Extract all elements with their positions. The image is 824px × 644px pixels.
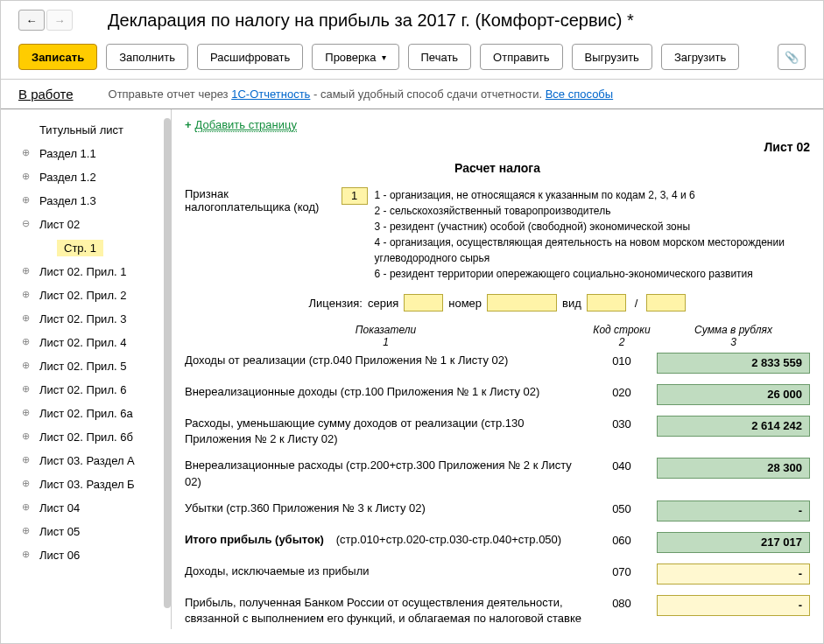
sidebar-item-10[interactable]: Лист 02. Прил. 5 [1,354,171,378]
col-header-indicator: Показатели1 [185,324,587,348]
data-row-070: Доходы, исключаемые из прибыли070- [185,564,810,584]
license-series-label: серия [368,297,398,310]
main-area: Титульный листРаздел 1.1Раздел 1.2Раздел… [1,109,823,629]
row-code: 050 [595,500,648,515]
reporting-link[interactable]: 1С-Отчетность [231,88,310,101]
plus-icon: + [185,118,192,131]
sidebar-item-9[interactable]: Лист 02. Прил. 4 [1,331,171,354]
license-number-field[interactable] [487,294,557,312]
data-row-050: Убытки (стр.360 Приложения № 3 к Листу 0… [185,500,810,522]
row-label: Итого прибыль (убыток)(стр.010+стр.020-с… [185,532,587,548]
sidebar-item-14[interactable]: Лист 03. Раздел А [1,449,171,472]
all-methods-link[interactable]: Все способы [546,88,613,101]
row-label: Доходы от реализации (стр.040 Приложения… [185,353,587,368]
content: +Добавить страницу Лист 02 Расчет налога… [172,109,823,629]
info-message: Отправьте отчет через 1С-Отчетность - са… [109,88,614,101]
data-row-030: Расходы, уменьшающие сумму доходов от ре… [185,416,810,447]
row-value-field[interactable]: - [657,564,810,584]
sidebar-item-16[interactable]: Лист 04 [1,496,171,520]
add-page-link[interactable]: +Добавить страницу [185,118,810,131]
row-label: Убытки (стр.360 Приложения № 3 к Листу 0… [185,500,587,516]
sidebar: Титульный листРаздел 1.1Раздел 1.2Раздел… [1,109,172,629]
row-label: Доходы, исключаемые из прибыли [185,564,587,579]
sidebar-item-0[interactable]: Титульный лист [1,118,171,142]
status-label[interactable]: В работе [18,87,74,102]
info-bar: В работе Отправьте отчет через 1С-Отчетн… [1,79,823,109]
taxpayer-code-field[interactable]: 1 [342,187,368,205]
sheet-label: Лист 02 [185,140,810,154]
license-type-field[interactable] [587,294,626,312]
row-value-field[interactable]: 26 000 [657,384,810,405]
row-code: 020 [595,384,648,399]
data-row-040: Внереализационные расходы (стр.200+стр.3… [185,458,810,489]
row-code: 010 [595,353,648,368]
forward-button[interactable]: → [46,10,73,31]
data-row-010: Доходы от реализации (стр.040 Приложения… [185,353,810,374]
sidebar-item-6[interactable]: Лист 02. Прил. 1 [1,260,171,284]
row-value-field[interactable]: 217 017 [657,532,810,553]
sidebar-item-5[interactable]: Стр. 1 [1,236,171,260]
sidebar-item-4[interactable]: Лист 02 [1,213,171,236]
import-button[interactable]: Загрузить [661,44,739,70]
license-sep: / [635,297,638,310]
sidebar-item-7[interactable]: Лист 02. Прил. 2 [1,284,171,307]
toolbar: Записать Заполнить Расшифровать Проверка… [1,39,823,79]
sidebar-item-8[interactable]: Лист 02. Прил. 3 [1,307,171,331]
row-code: 070 [595,564,648,578]
sidebar-item-3[interactable]: Раздел 1.3 [1,189,171,213]
sidebar-item-11[interactable]: Лист 02. Прил. 6 [1,378,171,402]
taxpayer-row: Признак налогоплательщика (код) 1 1 - ор… [185,187,810,282]
decrypt-button[interactable]: Расшифровать [197,44,303,70]
sidebar-item-18[interactable]: Лист 06 [1,543,171,567]
license-type-label: вид [562,297,581,310]
sidebar-item-15[interactable]: Лист 03. Раздел Б [1,472,171,496]
data-rows: Доходы от реализации (стр.040 Приложения… [185,353,810,629]
attach-button[interactable]: 📎 [778,44,806,70]
export-button[interactable]: Выгрузить [572,44,652,70]
row-label: Расходы, уменьшающие сумму доходов от ре… [185,416,587,447]
row-value-field[interactable]: 2 614 242 [657,416,810,437]
row-label: Внереализационные расходы (стр.200+стр.3… [185,458,587,489]
section-title: Расчет налога [185,161,810,175]
sidebar-item-13[interactable]: Лист 02. Прил. 6б [1,425,171,449]
row-label: Внереализационные доходы (стр.100 Прилож… [185,384,587,400]
license-series-field[interactable] [404,294,443,312]
sidebar-item-1[interactable]: Раздел 1.1 [1,142,171,165]
row-code: 060 [595,532,648,547]
row-value-field[interactable]: - [657,595,810,616]
page-title: Декларация по налогу на прибыль за 2017 … [108,10,634,31]
license-number-label: номер [448,297,482,310]
row-value-field[interactable]: 2 833 559 [657,353,810,374]
header: ← → Декларация по налогу на прибыль за 2… [1,1,823,39]
row-code: 080 [595,595,648,610]
send-button[interactable]: Отправить [480,44,562,70]
row-label: Прибыль, полученная Банком России от осу… [185,595,587,629]
sidebar-item-12[interactable]: Лист 02. Прил. 6а [1,402,171,425]
taxpayer-notes: 1 - организация, не относящаяся к указан… [375,187,810,282]
nav-buttons: ← → [18,10,73,31]
check-button[interactable]: Проверка [312,44,398,70]
paperclip-icon: 📎 [785,51,799,64]
sidebar-item-2[interactable]: Раздел 1.2 [1,165,171,189]
sidebar-item-17[interactable]: Лист 05 [1,520,171,543]
row-value-field[interactable]: - [657,500,810,522]
row-code: 030 [595,416,648,430]
col-header-sum: Сумма в рублях3 [657,324,810,348]
taxpayer-label: Признак налогоплательщика (код) [185,187,335,214]
license-label: Лицензия: [309,297,363,310]
column-headers: Показатели1 Код строки2 Сумма в рублях3 [185,324,810,348]
license-type2-field[interactable] [646,294,686,312]
fill-button[interactable]: Заполнить [106,44,188,70]
data-row-060: Итого прибыль (убыток)(стр.010+стр.020-с… [185,532,810,553]
data-row-080: Прибыль, полученная Банком России от осу… [185,595,810,629]
license-row: Лицензия: серия номер вид / [185,294,810,312]
row-value-field[interactable]: 28 300 [657,458,810,479]
back-button[interactable]: ← [18,10,45,31]
data-row-020: Внереализационные доходы (стр.100 Прилож… [185,384,810,405]
print-button[interactable]: Печать [408,44,472,70]
row-code: 040 [595,458,648,472]
col-header-code: Код строки2 [587,324,657,348]
write-button[interactable]: Записать [18,44,97,70]
